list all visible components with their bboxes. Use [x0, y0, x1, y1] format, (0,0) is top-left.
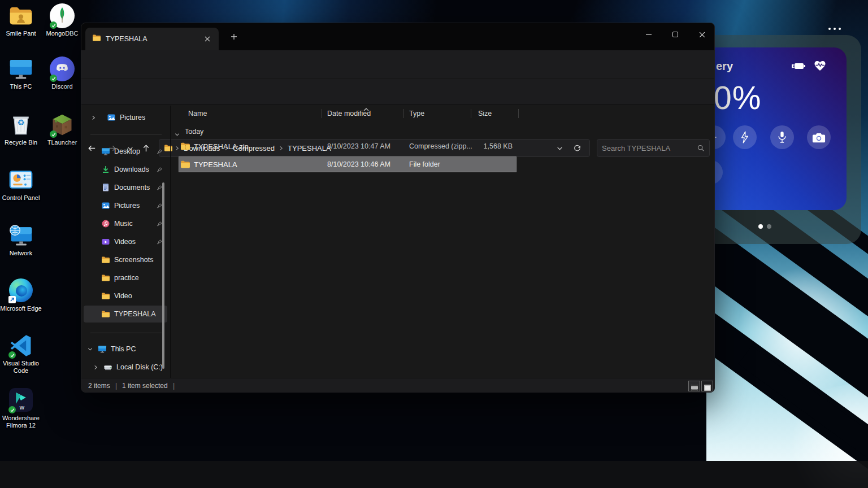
maximize-button[interactable]	[662, 23, 688, 46]
desktop-icon-label: Discord	[40, 83, 85, 90]
column-header-type[interactable]: Type	[409, 110, 424, 117]
file-name: TYPESHALA	[194, 160, 237, 169]
health-heart-icon	[814, 60, 826, 73]
flashlight-button[interactable]	[733, 125, 757, 149]
network-icon	[8, 223, 33, 248]
chevron-right-icon	[87, 115, 99, 120]
column-header-size[interactable]: Size	[478, 110, 492, 117]
desktop-icon-tlauncher[interactable]: TLauncher	[40, 112, 85, 146]
sidebar-item-videos[interactable]: Videos	[84, 233, 167, 250]
explorer-tab[interactable]: TYPESHALA	[85, 28, 219, 50]
pictures-icon	[105, 113, 118, 122]
desktop-icon-control-panel[interactable]: Control Panel	[0, 168, 44, 202]
desktop-icon-mongodb[interactable]: MongoDBC	[40, 3, 85, 37]
check-badge-icon	[50, 21, 57, 29]
file-date: 8/10/2023 10:46 AM	[327, 160, 390, 168]
file-row-typeshala-selected[interactable]: TYPESHALA 8/10/2023 10:46 AM File folder	[171, 156, 715, 172]
tab-title: TYPESHALA	[106, 35, 147, 43]
desktop-icon-label: MongoDBC	[40, 30, 85, 37]
desktop-icon-label: TLauncher	[40, 139, 85, 146]
sidebar-item-pictures-gallery[interactable]: Pictures	[84, 109, 167, 126]
file-explorer-window: TYPESHALA New A Sort	[81, 23, 715, 393]
sidebar-scrollbar[interactable]	[162, 182, 164, 369]
page-dot-active[interactable]	[758, 224, 763, 229]
wallpaper-flare	[735, 265, 868, 401]
command-bar: New A Sort View	[81, 50, 715, 79]
sidebar-item-local-disk-c[interactable]: Local Disk (C:)	[84, 359, 167, 376]
address-row: Downloads Compressed TYPESHALA	[81, 79, 715, 105]
desktop-icon-vscode[interactable]: Visual Studio Code	[0, 333, 44, 374]
desktop: Smile Pant MongoDBC This PC Discord ♻ Re…	[0, 0, 868, 488]
taskbar: Search 28° L	[0, 461, 868, 488]
sidebar-item-desktop[interactable]: Desktop	[84, 143, 167, 160]
check-badge-icon	[8, 351, 16, 359]
status-separator: |	[115, 382, 117, 390]
desktop-icon-this-pc[interactable]: This PC	[0, 56, 44, 90]
vscode-icon	[8, 333, 33, 358]
desktop-icon-microsoft-edge[interactable]: Microsoft Edge	[0, 278, 44, 312]
desktop-icon-network[interactable]: Network	[0, 223, 44, 257]
details-view-button[interactable]	[688, 381, 700, 391]
desktop-icon-discord[interactable]: Discord	[40, 56, 85, 90]
sidebar-item-practice[interactable]: practice	[84, 269, 167, 286]
items-count: 2 items	[88, 382, 110, 390]
file-list: Name Date modified Type Size Today TYPES…	[171, 106, 715, 378]
shortcut-arrow-icon	[8, 296, 16, 303]
minecraft-block-icon	[50, 112, 75, 137]
control-panel-icon	[8, 168, 33, 193]
sidebar-item-documents[interactable]: Documents	[84, 179, 167, 196]
folder-icon	[99, 310, 112, 319]
folder-icon	[180, 159, 190, 172]
battery-widget-label: ery	[716, 60, 733, 73]
tab-close-button[interactable]	[201, 32, 214, 46]
desktop-icon-label: This PC	[0, 83, 44, 90]
new-tab-button[interactable]	[227, 30, 241, 43]
desktop-icon-label: Microsoft Edge	[0, 305, 44, 312]
sidebar-item-pictures[interactable]: Pictures	[84, 197, 167, 214]
sidebar-item-video[interactable]: Video	[84, 287, 167, 304]
desktop-icon-label: Recycle Bin	[0, 139, 44, 146]
file-size: 1,568 KB	[450, 142, 513, 150]
sidebar-item-typeshala[interactable]: TYPESHALA	[84, 306, 167, 323]
large-icons-view-button[interactable]	[701, 381, 713, 391]
monitor-icon	[8, 56, 33, 81]
group-label: Today	[185, 128, 203, 136]
desktop-icon-label: Visual Studio Code	[0, 360, 44, 374]
sidebar-item-music[interactable]: Music	[84, 215, 167, 232]
column-header-name[interactable]: Name	[188, 110, 207, 117]
page-dot-inactive[interactable]	[767, 224, 771, 229]
zip-folder-icon	[180, 141, 190, 154]
pictures-icon	[99, 201, 112, 210]
videos-icon	[99, 237, 112, 246]
battery-widget-value: 0%	[714, 79, 761, 116]
filmora-icon: w	[8, 388, 33, 413]
close-button[interactable]	[689, 23, 715, 46]
microphone-button[interactable]	[770, 125, 794, 149]
desktop-icon-label: Network	[0, 250, 44, 257]
sidebar-item-downloads[interactable]: Downloads	[84, 161, 167, 178]
battery-charging-icon	[791, 62, 806, 73]
widget-menu-button[interactable]	[826, 25, 843, 33]
sidebar-item-this-pc[interactable]: This PC	[84, 341, 167, 358]
chevron-right-icon	[89, 365, 102, 370]
camera-button[interactable]	[807, 125, 831, 149]
status-separator: |	[173, 382, 175, 390]
file-name: TYPESHALA.zip	[194, 142, 249, 151]
selected-count: 1 item selected	[122, 382, 168, 390]
minimize-button[interactable]	[636, 23, 662, 46]
recycle-bin-icon: ♻	[8, 112, 33, 137]
desktop-icon-recycle-bin[interactable]: ♻ Recycle Bin	[0, 112, 44, 146]
folder-icon	[99, 291, 112, 300]
desktop-icon-label: Wondershare Filmora 12	[0, 415, 44, 429]
this-pc-icon	[96, 345, 108, 354]
file-date: 8/10/2023 10:47 AM	[327, 142, 390, 150]
downloads-icon	[99, 165, 112, 174]
file-row-typeshala-zip[interactable]: TYPESHALA.zip 8/10/2023 10:47 AM Compres…	[171, 138, 715, 154]
sidebar-item-screenshots[interactable]: Screenshots	[84, 251, 167, 268]
column-header-date-modified[interactable]: Date modified	[327, 110, 371, 117]
desktop-icon-smile-pant[interactable]: Smile Pant	[0, 3, 44, 37]
check-badge-icon	[50, 130, 57, 138]
desktop-icon-filmora[interactable]: w Wondershare Filmora 12	[0, 388, 44, 429]
title-bar[interactable]: TYPESHALA	[81, 23, 715, 50]
svg-text:w: w	[19, 404, 25, 411]
